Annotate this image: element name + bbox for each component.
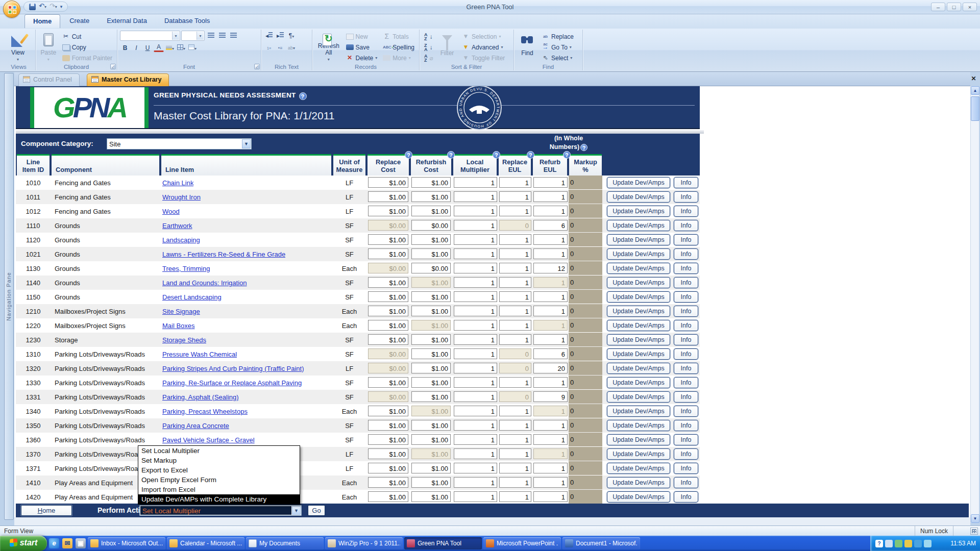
line-item-link[interactable]: Wood: [162, 208, 180, 215]
alternate-fill-button[interactable]: ▾: [187, 43, 198, 53]
refurb-eul-input[interactable]: 12: [533, 263, 568, 273]
line-item-link[interactable]: Pressure Wash Chemical: [162, 350, 237, 358]
replace-cost-input[interactable]: $1.00: [368, 177, 408, 188]
refurb-eul-input[interactable]: 1: [533, 434, 568, 445]
replace-eul-input[interactable]: 1: [499, 177, 531, 188]
line-item-link[interactable]: Lawns - Fertilizers Re-Seed & Fine Grade: [162, 251, 285, 258]
ribbon-tab-home[interactable]: Home: [24, 14, 60, 28]
help-icon[interactable]: ?: [299, 92, 307, 100]
update-dev-amps-button[interactable]: Update Dev/Amps: [607, 263, 670, 274]
refurb-eul-input[interactable]: 1: [533, 306, 568, 316]
info-button[interactable]: Info: [674, 306, 698, 317]
info-button[interactable]: Info: [674, 177, 698, 188]
taskbar-button[interactable]: WinZip Pro - 9 1 2011...: [325, 537, 403, 549]
component-category-dropdown[interactable]: Site ▼: [107, 138, 252, 149]
ribbon-tab-external-data[interactable]: External Data: [99, 14, 155, 28]
local-multiplier-input[interactable]: 1: [454, 491, 497, 502]
tray-status-green-icon[interactable]: [914, 540, 922, 547]
sort-ascending-button[interactable]: AZ↓: [422, 32, 434, 41]
taskbar-button[interactable]: Microsoft PowerPoint ...: [483, 537, 561, 549]
advanced-filter-button[interactable]: ▼Advanced▾: [460, 42, 507, 52]
info-button[interactable]: Info: [674, 434, 698, 445]
replace-eul-input[interactable]: 1: [499, 477, 531, 488]
replace-eul-input[interactable]: 1: [499, 377, 531, 388]
view-shortcut-icon[interactable]: [970, 528, 978, 535]
refurb-eul-input[interactable]: 1: [533, 377, 568, 388]
replace-cost-input[interactable]: $1.00: [368, 206, 408, 216]
refurbish-cost-input[interactable]: $0.00: [411, 220, 451, 231]
update-dev-amps-button[interactable]: Update Dev/Amps: [607, 477, 670, 488]
local-multiplier-input[interactable]: 1: [454, 320, 497, 331]
selection-button[interactable]: ▼Selection▾: [460, 32, 507, 41]
save-record-button[interactable]: Save: [344, 42, 380, 52]
replace-cost-input[interactable]: $1.00: [368, 248, 408, 259]
refurb-eul-input[interactable]: 1: [533, 334, 568, 345]
sort-descending-button[interactable]: ZA↓: [422, 42, 434, 52]
info-button[interactable]: Info: [674, 248, 698, 260]
font-size-combobox[interactable]: ▾: [181, 31, 205, 41]
replace-cost-input[interactable]: $1.00: [368, 191, 408, 202]
info-button[interactable]: Info: [674, 491, 698, 503]
find-button[interactable]: Find: [517, 31, 538, 63]
gridlines-button[interactable]: ▾: [176, 43, 186, 53]
copy-button[interactable]: Copy: [60, 42, 114, 52]
new-record-button[interactable]: New: [344, 32, 380, 41]
update-dev-amps-button[interactable]: Update Dev/Amps: [607, 420, 670, 431]
refurb-eul-input[interactable]: 6: [533, 348, 568, 359]
clear-sort-button[interactable]: AZ⌀: [422, 53, 434, 63]
update-dev-amps-button[interactable]: Update Dev/Amps: [607, 363, 670, 374]
local-multiplier-input[interactable]: 1: [454, 363, 497, 373]
text-direction-icon[interactable]: ¶▾: [286, 31, 297, 40]
replace-eul-input[interactable]: 1: [499, 463, 531, 473]
local-multiplier-input[interactable]: 1: [454, 191, 497, 202]
goto-button[interactable]: →Go To▾: [540, 42, 576, 52]
delete-record-button[interactable]: ✕Delete▾: [344, 53, 380, 63]
update-dev-amps-button[interactable]: Update Dev/Amps: [607, 191, 670, 203]
scroll-up-icon[interactable]: ▲: [971, 86, 979, 95]
view-button[interactable]: View▾: [5, 31, 31, 63]
replace-cost-input[interactable]: $1.00: [368, 277, 408, 288]
select-button[interactable]: ⇖Select▾: [540, 53, 576, 63]
replace-eul-input[interactable]: 1: [499, 420, 531, 431]
tab-master-cost-library[interactable]: Master Cost Library: [87, 73, 169, 86]
local-multiplier-input[interactable]: 1: [454, 248, 497, 259]
menu-item[interactable]: Import from Excel: [138, 485, 300, 494]
refurbish-cost-input[interactable]: $1.00: [411, 306, 451, 316]
update-dev-amps-button[interactable]: Update Dev/Amps: [607, 177, 670, 188]
align-left-button[interactable]: [206, 31, 216, 41]
local-multiplier-input[interactable]: 1: [454, 306, 497, 316]
replace-cost-input[interactable]: $1.00: [368, 377, 408, 388]
refurbish-cost-input[interactable]: $1.00: [411, 206, 451, 216]
replace-button[interactable]: abacReplace: [540, 32, 576, 41]
info-button[interactable]: Info: [674, 377, 698, 388]
local-multiplier-input[interactable]: 1: [454, 177, 497, 188]
tray-network-icon[interactable]: [895, 540, 902, 547]
refurbish-cost-input[interactable]: $1.00: [411, 248, 451, 259]
close-object-icon[interactable]: ✕: [969, 74, 978, 83]
refresh-all-button[interactable]: ↻ Refresh All▾: [315, 31, 342, 63]
local-multiplier-input[interactable]: 1: [454, 263, 497, 273]
filter-button[interactable]: Filter: [436, 31, 458, 63]
replace-eul-input[interactable]: 1: [499, 334, 531, 345]
menu-item[interactable]: Open Empty Excel Form: [138, 475, 300, 485]
local-multiplier-input[interactable]: 1: [454, 448, 497, 459]
tray-status-blue-icon[interactable]: [924, 540, 932, 547]
update-dev-amps-button[interactable]: Update Dev/Amps: [607, 334, 670, 345]
toggle-filter-button[interactable]: ▼Toggle Filter: [460, 53, 507, 63]
tray-shield-icon[interactable]: [904, 540, 912, 547]
refurbish-cost-input[interactable]: $1.00: [411, 377, 451, 388]
refurbish-cost-input[interactable]: $1.00: [411, 434, 451, 445]
update-dev-amps-button[interactable]: Update Dev/Amps: [607, 206, 670, 217]
info-button[interactable]: Info: [674, 406, 698, 417]
ribbon-tab-database-tools[interactable]: Database Tools: [156, 14, 218, 28]
local-multiplier-input[interactable]: 1: [454, 406, 497, 416]
refurb-eul-input[interactable]: 1: [533, 248, 568, 259]
menu-item[interactable]: Update Dev/AMPs with Complete Library: [138, 494, 300, 504]
info-button[interactable]: Info: [674, 363, 698, 374]
info-button[interactable]: Info: [674, 391, 698, 403]
align-right-button[interactable]: [228, 31, 238, 41]
go-button[interactable]: Go: [308, 505, 325, 516]
increase-indent-icon[interactable]: ▸: [275, 31, 285, 40]
refurbish-cost-input[interactable]: $1.00: [411, 291, 451, 302]
info-button[interactable]: Info: [674, 334, 698, 345]
